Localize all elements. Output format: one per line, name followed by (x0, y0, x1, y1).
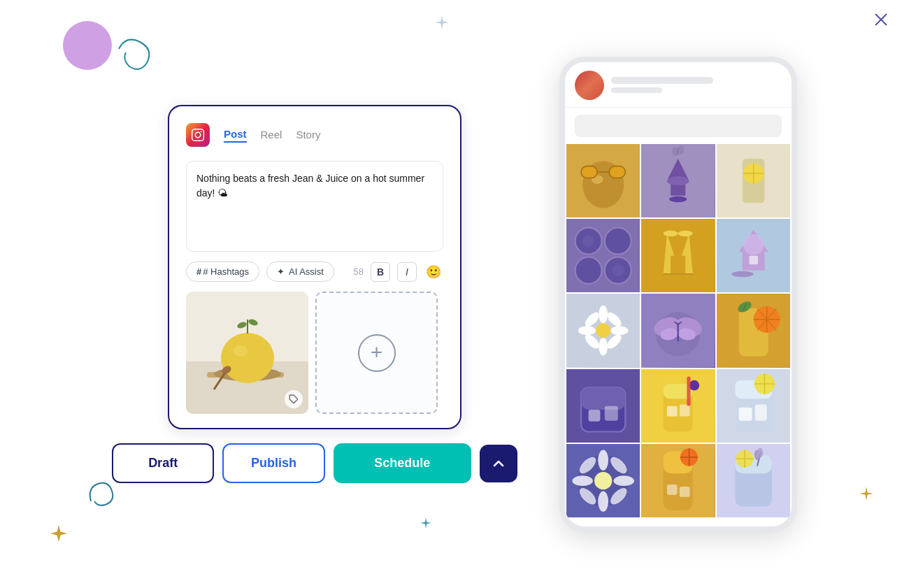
tab-post[interactable]: Post (224, 128, 247, 143)
header-lines (611, 77, 782, 93)
grid-cell-10 (566, 369, 640, 443)
svg-point-105 (598, 450, 608, 470)
add-circle-icon: + (358, 334, 396, 372)
grid-cell-11 (641, 369, 715, 443)
plus-icon: + (371, 342, 383, 363)
svg-point-104 (594, 472, 612, 489)
svg-point-55 (596, 323, 610, 338)
svg-rect-86 (605, 406, 618, 420)
svg-rect-85 (589, 409, 601, 421)
grid-cell-4 (566, 219, 640, 292)
svg-point-58 (578, 327, 596, 336)
tabs-row: Post Reel Story (186, 123, 443, 147)
publish-button[interactable]: Publish (222, 443, 324, 483)
grid-cell-7 (566, 294, 640, 367)
svg-rect-90 (667, 406, 678, 416)
svg-rect-42 (641, 219, 715, 292)
hashtags-label: # Hashtags (203, 266, 249, 277)
svg-rect-93 (687, 376, 691, 406)
svg-point-40 (582, 235, 594, 247)
grid-cell-9 (717, 294, 790, 367)
svg-rect-21 (609, 166, 625, 178)
grid-cell-6 (717, 219, 790, 292)
svg-point-3 (195, 132, 201, 138)
grid-cell-1 (566, 144, 640, 217)
svg-rect-53 (749, 256, 758, 265)
svg-point-56 (599, 306, 608, 323)
char-count: 58 (354, 266, 364, 277)
emoji-button[interactable]: 🙂 (424, 262, 443, 282)
svg-point-108 (613, 475, 634, 486)
grid-cell-15 (717, 444, 790, 517)
svg-point-59 (610, 327, 628, 336)
instagram-icon (186, 123, 210, 147)
svg-rect-20 (581, 166, 597, 178)
toolbar-left: # # Hashtags ✦ AI Assist (186, 261, 334, 282)
svg-rect-84 (581, 387, 625, 410)
caption-text: Nothing beats a fresh Jean & Juice on a … (196, 171, 433, 201)
svg-point-92 (689, 380, 700, 390)
hashtags-button[interactable]: # # Hashtags (186, 261, 259, 282)
media-grid: + (186, 292, 443, 414)
svg-point-38 (575, 257, 602, 284)
action-buttons: Draft Publish Schedule (112, 443, 517, 483)
ai-assist-button[interactable]: ✦ AI Assist (266, 261, 334, 282)
hashtag-icon: # (196, 266, 201, 277)
svg-point-29 (678, 145, 684, 155)
media-thumbnail-1[interactable] (186, 292, 308, 414)
ai-assist-label: AI Assist (289, 266, 324, 277)
username-placeholder (611, 77, 713, 84)
draft-button[interactable]: Draft (112, 443, 214, 483)
svg-rect-2 (192, 129, 204, 141)
svg-rect-97 (738, 407, 752, 420)
chevron-up-button[interactable] (480, 445, 517, 482)
add-media-button[interactable]: + (315, 292, 438, 414)
svg-rect-91 (680, 404, 690, 416)
caption-area[interactable]: Nothing beats a fresh Jean & Juice on a … (186, 161, 443, 252)
phone-inner (565, 62, 792, 526)
tab-story[interactable]: Story (296, 129, 320, 142)
left-section: Post Reel Story Nothing beats a fresh Je… (112, 105, 517, 483)
grid-cell-3 (717, 144, 790, 217)
svg-point-107 (572, 475, 592, 486)
bold-button[interactable]: B (371, 262, 390, 282)
svg-point-28 (673, 147, 678, 156)
svg-point-41 (612, 264, 624, 276)
handle-placeholder (611, 87, 662, 93)
tag-icon[interactable] (285, 390, 303, 408)
svg-point-10 (234, 345, 248, 357)
svg-point-25 (667, 176, 689, 185)
svg-rect-117 (680, 487, 690, 497)
grid-cell-14 (641, 444, 715, 517)
grid-cell-8 (641, 294, 715, 367)
grid-cell-2 (641, 144, 715, 217)
svg-point-126 (757, 447, 763, 458)
svg-point-106 (598, 491, 608, 511)
schedule-button[interactable]: Schedule (334, 443, 471, 483)
svg-point-9 (221, 333, 274, 383)
svg-rect-35 (566, 219, 640, 292)
grid-cell-5 (641, 219, 715, 292)
main-container: Post Reel Story Nothing beats a fresh Je… (0, 0, 909, 588)
svg-rect-98 (754, 404, 766, 420)
svg-point-57 (599, 338, 608, 355)
svg-point-51 (743, 234, 764, 254)
svg-point-4 (201, 131, 202, 133)
svg-point-37 (605, 227, 631, 254)
profile-avatar (575, 71, 604, 100)
ai-sparkle-icon: ✦ (277, 266, 285, 277)
svg-point-26 (669, 196, 687, 201)
post-card: Post Reel Story Nothing beats a fresh Je… (168, 105, 461, 429)
phone-header (565, 62, 792, 108)
instagram-grid (565, 144, 792, 518)
svg-point-47 (664, 231, 678, 236)
italic-button[interactable]: I (397, 262, 417, 282)
svg-point-52 (731, 271, 754, 277)
phone-caption-bar (575, 115, 782, 137)
phone-mockup (559, 57, 797, 532)
grid-cell-12 (717, 369, 790, 443)
tab-reel[interactable]: Reel (261, 129, 282, 142)
grid-cell-13 (566, 444, 640, 517)
svg-rect-116 (667, 485, 678, 495)
svg-point-48 (678, 231, 693, 236)
